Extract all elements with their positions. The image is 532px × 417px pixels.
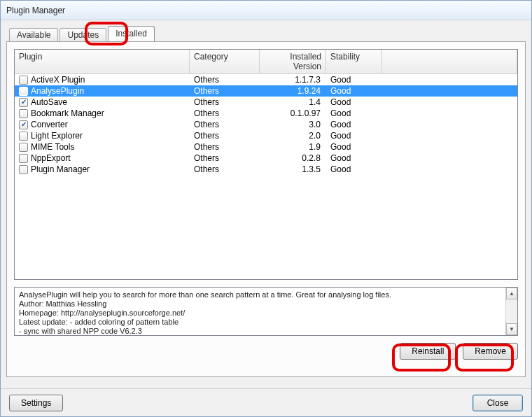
plugin-checkbox[interactable] bbox=[19, 165, 28, 174]
tabs-wrap: Available Updates Installed Plugin Categ… bbox=[6, 26, 526, 377]
tab-installed-label: Installed bbox=[115, 29, 147, 38]
desc-line: - sync with shared NPP code V6.2.3 bbox=[19, 327, 513, 336]
plugin-row[interactable]: Light ExplorerOthers2.0Good bbox=[15, 130, 517, 141]
client-area: Available Updates Installed Plugin Categ… bbox=[1, 20, 531, 388]
plugin-row[interactable]: MIME ToolsOthers1.9Good bbox=[15, 141, 517, 153]
desc-line: AnalysePlugin will help you to search fo… bbox=[19, 290, 513, 299]
plugin-category: Others bbox=[190, 75, 260, 85]
listview-body: ActiveX PluginOthers1.1.7.3GoodAnalysePl… bbox=[15, 74, 517, 279]
listview-header: Plugin Category Installed Version Stabil… bbox=[15, 50, 517, 74]
plugin-name: AutoSave bbox=[31, 97, 67, 107]
bottom-bar: Settings Close bbox=[1, 388, 531, 416]
tab-available-label: Available bbox=[17, 30, 50, 40]
plugin-checkbox[interactable] bbox=[19, 87, 28, 96]
reinstall-button[interactable]: Reinstall bbox=[400, 343, 456, 360]
header-stability[interactable]: Stability bbox=[326, 50, 382, 73]
desc-line: Homepage: http://analyseplugin.sourcefor… bbox=[19, 309, 513, 318]
header-spacer bbox=[382, 50, 517, 73]
plugin-category: Others bbox=[190, 142, 260, 152]
desc-line: Latest update: - added coloring of patte… bbox=[19, 318, 513, 327]
plugin-stability: Good bbox=[326, 131, 382, 141]
plugin-stability: Good bbox=[326, 108, 382, 118]
plugin-checkbox[interactable] bbox=[19, 154, 28, 163]
window-title: Plugin Manager bbox=[6, 6, 65, 15]
plugin-name: Bookmark Manager bbox=[31, 108, 104, 118]
plugin-row[interactable]: ConverterOthers3.0Good bbox=[15, 119, 517, 130]
tabstrip: Available Updates Installed bbox=[9, 26, 526, 41]
tab-available[interactable]: Available bbox=[9, 28, 58, 42]
plugin-name: AnalysePlugin bbox=[31, 86, 84, 96]
plugin-stability: Good bbox=[326, 75, 382, 85]
plugin-version: 2.0 bbox=[260, 131, 326, 141]
plugin-version: 1.3.5 bbox=[260, 164, 326, 174]
plugin-stability: Good bbox=[326, 120, 382, 129]
plugin-name: MIME Tools bbox=[31, 142, 74, 152]
plugin-checkbox[interactable] bbox=[19, 98, 28, 107]
plugin-name: ActiveX Plugin bbox=[31, 75, 85, 85]
plugin-stability: Good bbox=[326, 86, 382, 96]
plugin-version: 3.0 bbox=[260, 120, 326, 129]
plugin-version: 0.1.0.97 bbox=[260, 108, 326, 118]
tab-installed[interactable]: Installed bbox=[108, 26, 155, 41]
plugin-category: Others bbox=[190, 164, 260, 174]
plugin-stability: Good bbox=[326, 164, 382, 174]
plugin-name: NppExport bbox=[31, 153, 71, 163]
header-version[interactable]: Installed Version bbox=[260, 50, 326, 73]
plugin-category: Others bbox=[190, 153, 260, 163]
plugin-checkbox[interactable] bbox=[19, 109, 28, 118]
plugin-checkbox[interactable] bbox=[19, 76, 28, 85]
action-row: Reinstall Remove bbox=[14, 343, 518, 360]
plugin-listview[interactable]: Plugin Category Installed Version Stabil… bbox=[14, 49, 518, 280]
description-scrollbar[interactable]: ▲ ▼ bbox=[505, 288, 517, 335]
plugin-stability: Good bbox=[326, 142, 382, 152]
plugin-version: 1.9 bbox=[260, 142, 326, 152]
plugin-version: 1.9.24 bbox=[260, 86, 326, 96]
titlebar: Plugin Manager bbox=[1, 1, 531, 20]
tab-pane-installed: Plugin Category Installed Version Stabil… bbox=[6, 41, 526, 377]
tab-updates[interactable]: Updates bbox=[59, 28, 106, 42]
plugin-row[interactable]: NppExportOthers0.2.8Good bbox=[15, 153, 517, 164]
plugin-category: Others bbox=[190, 131, 260, 141]
plugin-category: Others bbox=[190, 108, 260, 118]
header-category[interactable]: Category bbox=[190, 50, 260, 73]
plugin-name: Plugin Manager bbox=[31, 164, 90, 174]
plugin-row[interactable]: AnalysePluginOthers1.9.24Good bbox=[15, 85, 517, 97]
plugin-stability: Good bbox=[326, 97, 382, 107]
header-plugin[interactable]: Plugin bbox=[15, 50, 190, 73]
plugin-name: Converter bbox=[31, 120, 68, 129]
plugin-row[interactable]: AutoSaveOthers1.4Good bbox=[15, 97, 517, 108]
plugin-stability: Good bbox=[326, 153, 382, 163]
window-frame: Plugin Manager Available Updates Install… bbox=[0, 0, 532, 417]
plugin-version: 1.1.7.3 bbox=[260, 75, 326, 85]
scroll-up-icon[interactable]: ▲ bbox=[506, 288, 517, 299]
close-button[interactable]: Close bbox=[472, 395, 523, 411]
plugin-row[interactable]: ActiveX PluginOthers1.1.7.3Good bbox=[15, 74, 517, 85]
plugin-version: 0.2.8 bbox=[260, 153, 326, 163]
remove-button[interactable]: Remove bbox=[463, 343, 518, 360]
desc-line: Author: Matthias Hessling bbox=[19, 299, 513, 309]
plugin-checkbox[interactable] bbox=[19, 132, 28, 141]
scroll-down-icon[interactable]: ▼ bbox=[506, 323, 517, 335]
description-box: AnalysePlugin will help you to search fo… bbox=[14, 287, 518, 336]
plugin-row[interactable]: Bookmark ManagerOthers0.1.0.97Good bbox=[15, 108, 517, 119]
plugin-version: 1.4 bbox=[260, 97, 326, 107]
plugin-row[interactable]: Plugin ManagerOthers1.3.5Good bbox=[15, 164, 517, 175]
plugin-checkbox[interactable] bbox=[19, 120, 28, 129]
plugin-category: Others bbox=[190, 97, 260, 107]
plugin-name: Light Explorer bbox=[31, 131, 83, 141]
plugin-category: Others bbox=[190, 86, 260, 96]
plugin-category: Others bbox=[190, 120, 260, 129]
plugin-checkbox[interactable] bbox=[19, 143, 28, 152]
settings-button[interactable]: Settings bbox=[9, 395, 63, 411]
tab-updates-label: Updates bbox=[67, 30, 99, 40]
